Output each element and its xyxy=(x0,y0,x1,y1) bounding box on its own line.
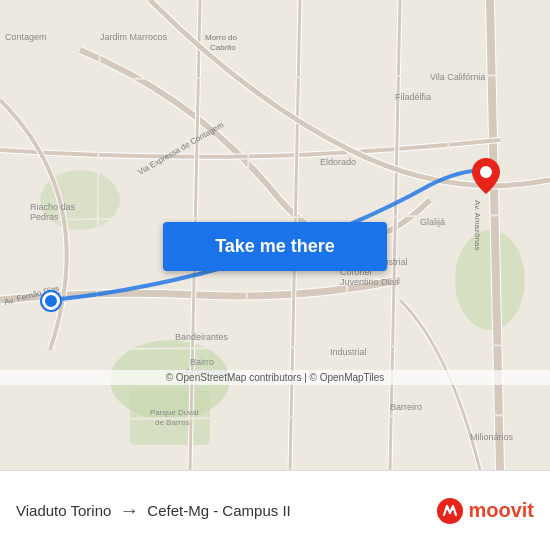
bottom-bar: Viaduto Torino → Cefet-Mg - Campus II mo… xyxy=(0,470,550,550)
svg-text:Bandeirantes: Bandeirantes xyxy=(175,332,229,342)
origin-marker xyxy=(42,292,60,310)
svg-text:Juventino Dias: Juventino Dias xyxy=(340,277,400,287)
route-destination: Cefet-Mg - Campus II xyxy=(147,502,290,519)
take-me-there-button[interactable]: Take me there xyxy=(163,222,387,271)
svg-text:Pedras: Pedras xyxy=(30,212,59,222)
svg-text:Jardim Marrocos: Jardim Marrocos xyxy=(100,32,168,42)
svg-text:Cabrito: Cabrito xyxy=(210,43,236,52)
route-arrow: → xyxy=(119,499,139,522)
moovit-logo-text: moovit xyxy=(468,499,534,522)
moovit-logo: moovit xyxy=(436,497,534,525)
svg-text:Milionários: Milionários xyxy=(470,432,514,442)
map-attribution: © OpenStreetMap contributors | © OpenMap… xyxy=(0,370,550,385)
svg-text:Eldorado: Eldorado xyxy=(320,157,356,167)
svg-text:Glalijá: Glalijá xyxy=(420,217,445,227)
svg-point-29 xyxy=(480,166,492,178)
route-origin: Viaduto Torino xyxy=(16,502,111,519)
svg-point-2 xyxy=(455,230,525,330)
svg-text:Filadélfia: Filadélfia xyxy=(395,92,431,102)
svg-text:Vila Califórnia: Vila Califórnia xyxy=(430,72,485,82)
svg-text:Industrial: Industrial xyxy=(330,347,367,357)
svg-text:de Barros: de Barros xyxy=(155,418,190,427)
svg-text:Barreiro: Barreiro xyxy=(390,402,422,412)
moovit-logo-icon xyxy=(436,497,464,525)
svg-text:Riacho das: Riacho das xyxy=(30,202,76,212)
svg-text:Contagem: Contagem xyxy=(5,32,47,42)
svg-text:Morro do: Morro do xyxy=(205,33,238,42)
svg-text:Parque Duval: Parque Duval xyxy=(150,408,199,417)
destination-marker xyxy=(472,158,500,198)
map-container: Riacho das Pedras Av. Fernão Dias Via Ex… xyxy=(0,0,550,470)
svg-text:Av. Amazônas: Av. Amazônas xyxy=(473,200,482,250)
take-me-there-label: Take me there xyxy=(215,236,335,257)
svg-text:Bairro: Bairro xyxy=(190,357,214,367)
